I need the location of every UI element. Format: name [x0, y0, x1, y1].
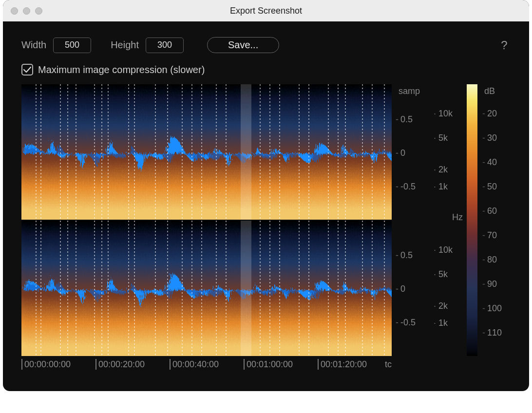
freq-tick-6: 2k: [438, 301, 448, 311]
freq-unit: Hz: [452, 212, 463, 223]
db-tick-7: 90: [487, 279, 497, 289]
dialog-window: Export Screenshot Width Height Save... ?…: [3, 0, 529, 391]
db-tick-5: 70: [487, 230, 497, 241]
samp-unit: samp: [399, 86, 420, 96]
samp-tick-1: 0: [400, 148, 405, 158]
titlebar[interactable]: Export Screenshot: [3, 0, 529, 21]
time-tick-1: 00:00:20:00: [98, 359, 145, 370]
db-tick-0: 20: [487, 109, 497, 119]
freq-tick-3: 1k: [438, 182, 448, 191]
time-ruler: 00:00:00:00 00:00:20:00 00:00:40:00 00:0…: [21, 357, 392, 372]
compression-label: Maximum image compression (slower): [38, 64, 205, 75]
tracks-column: 00:00:00:00 00:00:20:00 00:00:40:00 00:0…: [21, 84, 392, 372]
samp-tick-2: -0.5: [400, 182, 416, 192]
preview-area: 00:00:00:00 00:00:20:00 00:00:40:00 00:0…: [21, 84, 511, 372]
db-tick-3: 50: [487, 182, 497, 192]
audio-track-left: [21, 84, 392, 220]
help-icon[interactable]: ?: [498, 39, 511, 52]
width-input[interactable]: [53, 38, 91, 53]
compression-checkbox[interactable]: [21, 64, 33, 75]
freq-tick-2: 2k: [438, 165, 448, 174]
svg-rect-33: [241, 221, 251, 356]
db-legend: dB 20 30 40 50 60 70 80 90 100 110: [467, 84, 511, 372]
db-tick-4: 60: [487, 206, 497, 216]
height-input[interactable]: [146, 38, 184, 53]
db-tick-2: 40: [487, 157, 497, 168]
db-gradient-icon: [467, 84, 477, 356]
save-button[interactable]: Save...: [207, 37, 279, 53]
samp-tick-5: -0.5: [400, 318, 416, 328]
db-tick-6: 80: [487, 255, 497, 265]
db-unit: dB: [484, 86, 495, 96]
time-tick-3: 00:01:00:00: [247, 359, 293, 370]
size-controls-row: Width Height Save... ?: [21, 37, 511, 53]
freq-tick-0: 10k: [438, 109, 453, 118]
freq-tick-5: 5k: [438, 269, 448, 279]
db-tick-8: 100: [487, 303, 502, 314]
compression-option: Maximum image compression (slower): [21, 64, 511, 75]
db-tick-9: 110: [487, 328, 502, 338]
freq-tick-7: 1k: [438, 318, 448, 328]
dialog-content: Width Height Save... ? Maximum image com…: [3, 21, 529, 391]
samp-tick-0: 0.5: [400, 114, 413, 125]
freq-tick-1: 5k: [438, 133, 448, 143]
width-label: Width: [21, 39, 46, 51]
sample-scale: samp 0.5 0 -0.5 0.5 0 -0.5: [396, 84, 430, 372]
time-tick-4: 00:01:20:00: [321, 359, 367, 370]
height-label: Height: [111, 39, 139, 51]
frequency-scale: 10k 5k 2k 1k Hz 10k 5k 2k 1k: [434, 84, 463, 372]
samp-tick-3: 0.5: [400, 250, 413, 261]
window-title: Export Screenshot: [3, 6, 529, 16]
audio-track-right: [21, 221, 392, 356]
time-unit: tc: [385, 359, 392, 370]
time-tick-2: 00:00:40:00: [172, 359, 219, 370]
samp-tick-4: 0: [400, 284, 405, 294]
freq-tick-4: 10k: [438, 245, 453, 255]
svg-rect-2: [241, 84, 251, 220]
time-tick-0: 00:00:00:00: [24, 359, 71, 370]
db-tick-1: 30: [487, 133, 497, 143]
